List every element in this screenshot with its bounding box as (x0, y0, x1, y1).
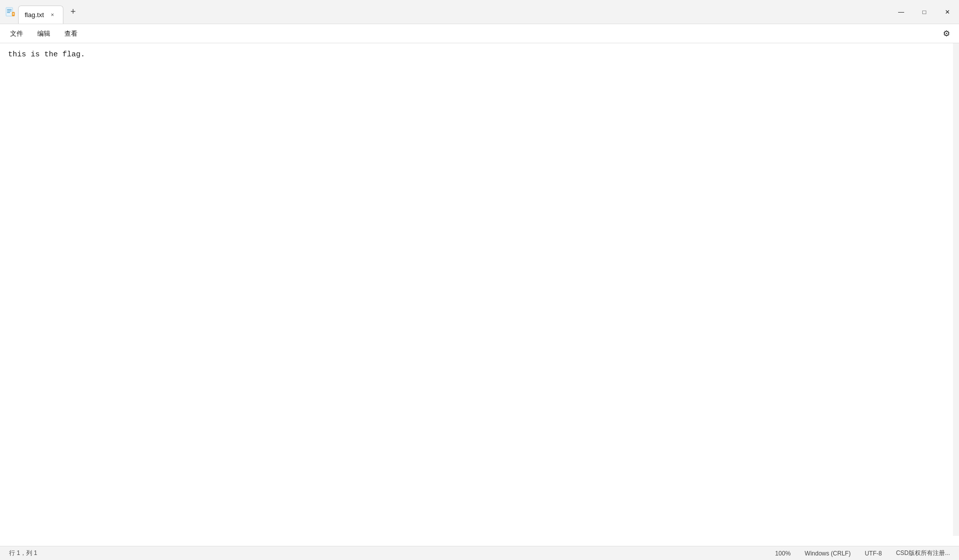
file-tab[interactable]: flag.txt × (18, 6, 63, 24)
svg-rect-3 (7, 12, 10, 13)
title-bar: flag.txt × + — □ ✕ (0, 0, 959, 24)
status-left: 行 1，列 1 (6, 548, 40, 558)
menu-bar: 文件 编辑 查看 ⚙ (0, 24, 959, 43)
menu-items: 文件 编辑 查看 (4, 27, 84, 40)
editor-content: this is the flag. (8, 49, 951, 61)
status-bar: 行 1，列 1 100% Windows (CRLF) UTF-8 CSD版权所… (0, 546, 959, 560)
cursor-position[interactable]: 行 1，列 1 (6, 548, 40, 558)
minimize-button[interactable]: — (890, 4, 913, 20)
line-ending[interactable]: Windows (CRLF) (802, 549, 853, 558)
svg-rect-2 (7, 11, 12, 12)
maximize-button[interactable]: □ (913, 4, 936, 20)
editor-area[interactable]: this is the flag. (0, 43, 959, 546)
svg-rect-1 (7, 9, 12, 10)
new-tab-button[interactable]: + (65, 5, 81, 20)
window-controls: — □ ✕ (890, 0, 959, 24)
view-menu[interactable]: 查看 (58, 27, 84, 40)
file-menu[interactable]: 文件 (4, 27, 29, 40)
close-button[interactable]: ✕ (936, 4, 959, 20)
app-icon (4, 6, 16, 18)
edit-menu[interactable]: 编辑 (31, 27, 56, 40)
settings-button[interactable]: ⚙ (938, 25, 955, 42)
status-right: 100% Windows (CRLF) UTF-8 CSD版权所有注册... (772, 548, 953, 558)
svg-rect-6 (13, 14, 14, 15)
svg-rect-0 (6, 8, 13, 16)
zoom-level[interactable]: 100% (772, 549, 794, 558)
encoding[interactable]: UTF-8 (862, 549, 885, 558)
extra-info: CSD版权所有注册... (893, 548, 953, 558)
scrollbar-track[interactable] (953, 43, 959, 536)
tab-title: flag.txt (25, 11, 44, 19)
close-tab-button[interactable]: × (48, 10, 57, 19)
tab-area: flag.txt × + (18, 0, 454, 24)
svg-rect-5 (13, 13, 14, 14)
